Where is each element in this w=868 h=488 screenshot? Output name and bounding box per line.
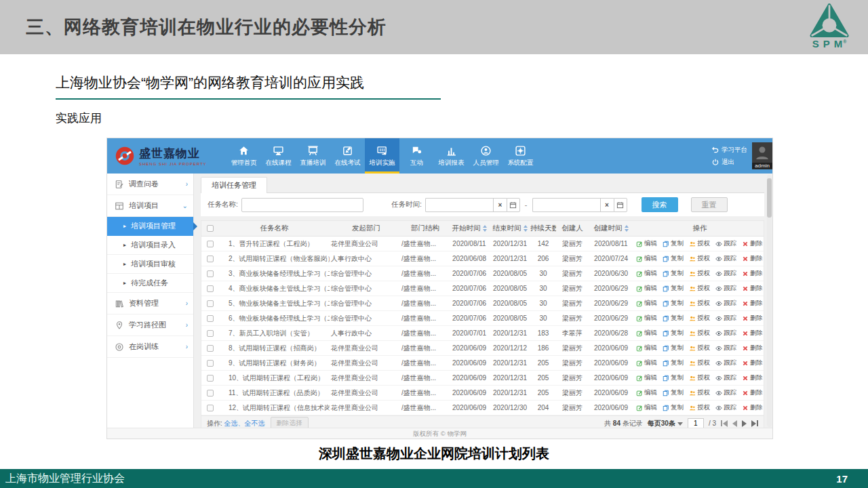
copy-action[interactable]: 复制: [663, 359, 684, 367]
delete-action[interactable]: 删除: [742, 314, 763, 323]
authorize-action[interactable]: 授权: [689, 344, 710, 352]
select-all-link[interactable]: 全选、: [224, 419, 245, 428]
authorize-action[interactable]: 授权: [689, 239, 710, 248]
delete-action[interactable]: 删除: [742, 299, 763, 308]
copy-action[interactable]: 复制: [663, 344, 684, 352]
delete-action[interactable]: 删除: [742, 284, 763, 293]
copy-action[interactable]: 复制: [663, 329, 684, 338]
nav-item[interactable]: 互动: [399, 138, 434, 174]
track-action[interactable]: 跟踪: [715, 359, 736, 367]
authorize-action[interactable]: 授权: [689, 359, 710, 367]
scrollbar[interactable]: [767, 175, 772, 427]
clear-icon[interactable]: ×: [600, 198, 614, 212]
track-action[interactable]: 跟踪: [715, 373, 736, 382]
edit-action[interactable]: 编辑: [636, 373, 657, 382]
delete-action[interactable]: 删除: [742, 239, 763, 248]
task-name-input[interactable]: [241, 198, 363, 212]
calendar-icon[interactable]: [614, 198, 627, 212]
clear-icon[interactable]: ×: [493, 198, 507, 212]
edit-action[interactable]: 编辑: [636, 403, 657, 412]
select-none-link[interactable]: 全不选: [245, 419, 265, 428]
authorize-action[interactable]: 授权: [689, 329, 710, 338]
edit-action[interactable]: 编辑: [636, 359, 657, 367]
last-page-button[interactable]: [751, 420, 758, 427]
copy-action[interactable]: 复制: [663, 254, 684, 263]
edit-action[interactable]: 编辑: [636, 299, 657, 308]
edit-action[interactable]: 编辑: [636, 329, 657, 338]
next-page-button[interactable]: [742, 420, 747, 427]
copy-action[interactable]: 复制: [663, 284, 684, 293]
row-checkbox[interactable]: [207, 375, 214, 382]
authorize-action[interactable]: 授权: [689, 269, 710, 278]
track-action[interactable]: 跟踪: [715, 299, 736, 308]
delete-action[interactable]: 删除: [742, 373, 763, 382]
authorize-action[interactable]: 授权: [689, 299, 710, 308]
nav-item[interactable]: 在线课程: [261, 138, 296, 174]
sidebar-item[interactable]: ▸ 学习路径图 ›: [107, 314, 193, 336]
edit-action[interactable]: 编辑: [636, 314, 657, 323]
edit-action[interactable]: 编辑: [636, 284, 657, 293]
logout-link[interactable]: 退出: [712, 158, 734, 167]
delete-action[interactable]: 删除: [742, 254, 763, 263]
delete-action[interactable]: 删除: [742, 388, 763, 397]
authorize-action[interactable]: 授权: [689, 314, 710, 323]
nav-item[interactable]: 在线考试: [330, 138, 365, 174]
track-action[interactable]: 跟踪: [715, 254, 736, 263]
sidebar-item[interactable]: ▸ 待完成任务: [107, 274, 193, 293]
row-checkbox[interactable]: [207, 285, 214, 292]
edit-action[interactable]: 编辑: [636, 239, 657, 248]
nav-item[interactable]: 直播培训: [296, 138, 330, 174]
copy-action[interactable]: 复制: [663, 388, 684, 397]
track-action[interactable]: 跟踪: [715, 388, 736, 397]
row-checkbox[interactable]: [207, 256, 214, 262]
authorize-action[interactable]: 授权: [689, 388, 710, 397]
nav-item[interactable]: 管理首页: [226, 138, 261, 174]
first-page-button[interactable]: [721, 420, 728, 427]
row-checkbox[interactable]: [207, 390, 214, 396]
avatar[interactable]: admin: [752, 142, 772, 169]
row-checkbox[interactable]: [207, 405, 214, 411]
tab-training-task-mgmt[interactable]: 培训任务管理: [201, 177, 267, 193]
learning-platform-link[interactable]: 学习平台: [712, 146, 747, 155]
track-action[interactable]: 跟踪: [715, 239, 736, 248]
track-action[interactable]: 跟踪: [715, 284, 736, 293]
row-checkbox[interactable]: [207, 345, 214, 352]
authorize-action[interactable]: 授权: [689, 403, 710, 412]
sidebar-item[interactable]: ▸ 培训项目 ⌄: [107, 195, 193, 217]
prev-page-button[interactable]: [732, 420, 737, 427]
sidebar-item[interactable]: ▸ 培训项目审核: [107, 255, 193, 274]
delete-action[interactable]: 删除: [742, 359, 763, 367]
track-action[interactable]: 跟踪: [715, 344, 736, 352]
search-button[interactable]: 搜索: [642, 197, 678, 212]
track-action[interactable]: 跟踪: [715, 403, 736, 412]
edit-action[interactable]: 编辑: [636, 254, 657, 263]
sidebar-item[interactable]: ▸ 在岗训练 ›: [107, 336, 193, 358]
authorize-action[interactable]: 授权: [689, 284, 710, 293]
sidebar-item[interactable]: ▸ 资料管理 ›: [107, 293, 193, 314]
per-page-select[interactable]: 每页30条: [648, 419, 683, 428]
edit-action[interactable]: 编辑: [636, 344, 657, 352]
scrollbar-thumb[interactable]: [767, 178, 772, 218]
copy-action[interactable]: 复制: [663, 403, 684, 412]
copy-action[interactable]: 复制: [663, 299, 684, 308]
delete-action[interactable]: 删除: [742, 329, 763, 338]
sort-created[interactable]: 创建时间: [589, 224, 633, 233]
task-time-end-input[interactable]: [532, 198, 600, 212]
delete-action[interactable]: 删除: [742, 269, 763, 278]
track-action[interactable]: 跟踪: [715, 269, 736, 278]
calendar-icon[interactable]: [507, 198, 520, 212]
row-checkbox[interactable]: [207, 315, 214, 322]
nav-item[interactable]: 培训报表: [434, 138, 469, 174]
nav-item[interactable]: 人员管理: [469, 138, 503, 174]
edit-action[interactable]: 编辑: [636, 388, 657, 397]
row-checkbox[interactable]: [207, 330, 214, 337]
sidebar-item[interactable]: ▸ 培训项目管理: [107, 217, 193, 236]
reset-button[interactable]: 重置: [691, 197, 728, 212]
delete-action[interactable]: 删除: [742, 403, 763, 412]
copy-action[interactable]: 复制: [663, 314, 684, 323]
task-time-start-input[interactable]: [425, 198, 493, 212]
select-all-checkbox[interactable]: [207, 225, 214, 232]
page-number-input[interactable]: [688, 418, 704, 428]
row-checkbox[interactable]: [207, 300, 214, 307]
copy-action[interactable]: 复制: [663, 239, 684, 248]
